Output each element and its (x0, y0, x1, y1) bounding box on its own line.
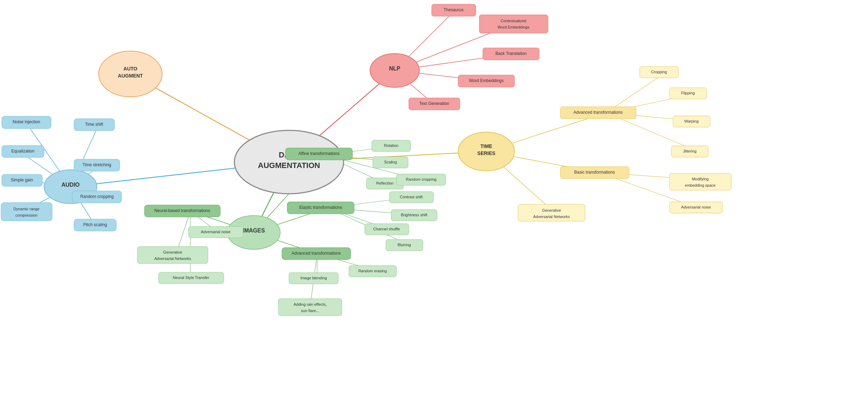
time-stretching-text: Time stretching (82, 162, 111, 167)
contextualized-box (479, 15, 548, 33)
images-label: IMAGES (242, 228, 265, 234)
basic-ts-text: Basic transformations (574, 170, 615, 175)
rain-effects-box (278, 299, 342, 316)
back-translation-text: Back Translation (495, 51, 527, 56)
scaling-text: Scaling (384, 160, 397, 164)
dynamic-range-text2: compression (16, 213, 37, 217)
ts-modifying-text2: embedding space (685, 183, 716, 187)
adv-img-text: Advanced transformations (291, 251, 340, 256)
auto-augment-label: AUTO (123, 66, 137, 72)
audio-random-cropping-text: Random cropping (80, 194, 114, 199)
equalization-text: Equalization (11, 149, 34, 154)
text-generation-text: Text Generation (419, 101, 449, 106)
center-label-2: AUGMENTATION (258, 161, 320, 170)
dynamic-range-box (1, 203, 52, 221)
audio-label: AUDIO (61, 182, 80, 188)
ts-flipping-text: Flipping (681, 91, 695, 95)
time-series-label2: SERIES (477, 150, 495, 156)
ts-cropping-text: Cropping (651, 70, 667, 74)
contextualized-text2: Word Embeddings (498, 25, 530, 29)
neural-based-text: Neural-based transformations (154, 208, 210, 213)
contrast-shift-text: Contrast shift (400, 195, 423, 199)
rain-effects-text: Adding rain effects, (294, 302, 327, 306)
ts-warping-text: Warping (684, 119, 699, 123)
dynamic-range-text: Dynamic range (13, 207, 39, 211)
rotation-text: Rotation (384, 143, 399, 148)
random-erasing-text: Random erasing (358, 269, 387, 273)
adv-ts-text: Advanced transformations (573, 110, 622, 115)
ts-modifying-text: Modifying (692, 177, 708, 181)
auto-augment-label2: AUGMENT (118, 73, 143, 79)
noise-injection-text: Noise injection (13, 119, 40, 124)
simple-gain-text: Simple gain (11, 178, 33, 182)
img-gan-text2: Adversarial Networks (154, 256, 191, 261)
reflection-text: Reflection (376, 181, 394, 185)
time-shift-text: Time shift (85, 122, 103, 127)
affine-text: Affine transformations (298, 151, 340, 156)
pitch-scaling-text: Pitch scaling (83, 222, 107, 227)
ts-adversarial-text: Adversarial noise (681, 205, 711, 209)
neural-style-text: Neural Style Transfer (173, 275, 209, 280)
ts-jittering-text: Jittering (683, 149, 697, 153)
blurring-text: Blurring (398, 243, 411, 247)
time-series-label1: TIME (480, 143, 492, 149)
image-blending-text: Image blending (300, 276, 327, 280)
ts-gan-text: Generative (542, 208, 561, 212)
img-gan-text: Generative (163, 250, 182, 254)
ts-modifying-box (670, 173, 731, 190)
elastic-text: Elastic transformations (299, 205, 342, 210)
img-adversarial-text: Adversarial noise (201, 230, 230, 234)
word-embeddings-text: Word Embeddings (469, 78, 504, 83)
img-gan-box (137, 247, 208, 263)
nlp-label: NLP (389, 66, 400, 72)
img-random-cropping-text: Random cropping (406, 177, 437, 181)
rain-effects-text2: sun flare... (301, 309, 319, 313)
thesaurus-text: Thesaurus (444, 7, 464, 12)
ts-gan-text2: Adversarial Networks (533, 215, 570, 219)
channel-shuffle-text: Channel shuffle (373, 227, 400, 231)
brightness-shift-text: Brightness shift (401, 213, 427, 217)
contextualized-text: Contextualized (501, 19, 527, 23)
